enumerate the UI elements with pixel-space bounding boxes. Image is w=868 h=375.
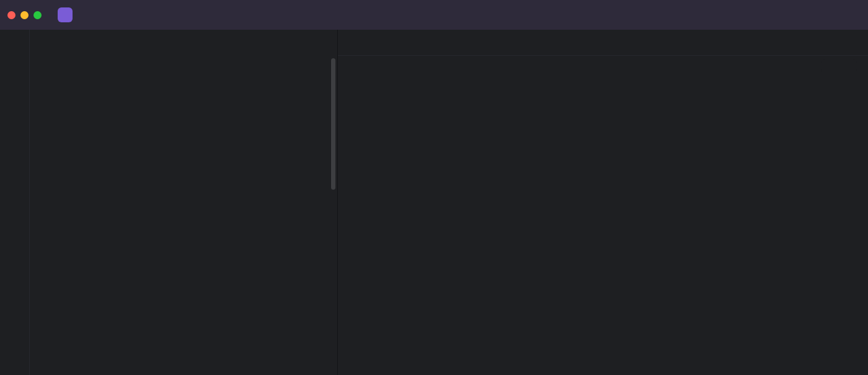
hidden-tabs-button[interactable] [826, 35, 841, 50]
main-area [0, 30, 868, 375]
editor-tab-bar [338, 30, 868, 56]
android-studio-window [0, 0, 868, 375]
editor-area [338, 30, 868, 375]
branch-switcher[interactable] [96, 11, 113, 19]
code-editor[interactable] [338, 56, 868, 375]
run-toolbar [419, 6, 521, 24]
prev-problem-button[interactable] [830, 61, 841, 72]
project-view-selector[interactable] [30, 30, 337, 56]
next-problem-button[interactable] [844, 61, 856, 72]
tab-bar-actions [826, 30, 868, 55]
debug-button[interactable] [486, 6, 503, 24]
project-avatar [58, 7, 73, 22]
tab-options-button[interactable] [846, 35, 861, 50]
inspection-widget[interactable] [821, 60, 857, 73]
window-controls [7, 11, 42, 19]
titlebar [0, 0, 868, 30]
more-run-options-button[interactable] [503, 6, 521, 24]
run-button[interactable] [469, 6, 486, 24]
project-tree-viewport [30, 56, 337, 375]
activity-bar [0, 30, 30, 375]
project-switcher[interactable] [73, 11, 86, 19]
minimize-window-button[interactable] [20, 11, 29, 19]
zoom-window-button[interactable] [33, 11, 42, 19]
project-tool-window [30, 30, 338, 375]
editor-viewport [338, 56, 868, 375]
device-selector[interactable] [419, 11, 436, 19]
run-config-selector[interactable] [444, 11, 461, 19]
error-stripe [859, 56, 867, 375]
project-tree-scrollbar[interactable] [331, 58, 335, 190]
close-window-button[interactable] [7, 11, 16, 19]
